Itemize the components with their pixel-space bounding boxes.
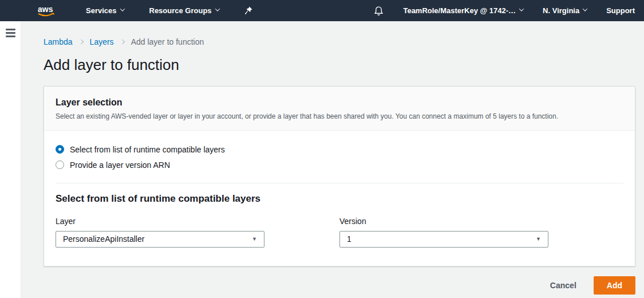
- breadcrumb: Lambda Layers Add layer to function: [44, 37, 635, 46]
- account-menu[interactable]: TeamRole/MasterKey @ 1742-…: [403, 6, 523, 15]
- radio-label: Select from list of runtime compatible l…: [70, 145, 225, 154]
- pinned-shortcuts-button[interactable]: [244, 6, 252, 15]
- version-field: Version 1 ▼: [339, 217, 623, 248]
- pushpin-icon: [244, 6, 252, 15]
- card-header: Layer selection Select an existing AWS-v…: [44, 87, 635, 131]
- radio-button[interactable]: [56, 145, 64, 154]
- account-menu-label: TeamRole/MasterKey @ 1742-…: [403, 6, 516, 15]
- layer-field-label: Layer: [56, 217, 339, 226]
- services-menu[interactable]: Services: [86, 6, 124, 15]
- bell-icon: [374, 6, 384, 16]
- resource-groups-menu[interactable]: Resource Groups: [149, 6, 219, 15]
- chevron-down-icon: [215, 6, 219, 11]
- hamburger-menu-icon[interactable]: [6, 29, 21, 37]
- main-content: Lambda Layers Add layer to function Add …: [21, 21, 644, 298]
- form-fields-row: Layer PersonalizeApiInstaller ▼ Version …: [56, 217, 623, 248]
- version-select-value: 1: [347, 234, 351, 244]
- radio-option-runtime-compatible[interactable]: Select from list of runtime compatible l…: [56, 145, 623, 154]
- dropdown-caret-icon: ▼: [536, 236, 541, 242]
- top-navigation-bar: aws Services Resource Groups TeamRole: [0, 0, 644, 21]
- footer-actions: Cancel Add: [44, 276, 635, 295]
- left-sidebar: [0, 21, 21, 298]
- breadcrumb-current-page: Add layer to function: [131, 37, 204, 46]
- radio-label: Provide a layer version ARN: [70, 160, 170, 170]
- region-menu[interactable]: N. Virginia: [543, 6, 587, 15]
- aws-logo-icon: aws: [35, 4, 57, 18]
- page-title: Add layer to function: [44, 56, 635, 74]
- section-divider: [56, 183, 623, 183]
- aws-logo[interactable]: aws: [35, 4, 57, 18]
- breadcrumb-lambda-link[interactable]: Lambda: [44, 37, 73, 46]
- region-menu-label: N. Virginia: [543, 6, 579, 15]
- breadcrumb-layers-link[interactable]: Layers: [90, 37, 114, 46]
- dropdown-caret-icon: ▼: [252, 236, 257, 242]
- layer-selection-card: Layer selection Select an existing AWS-v…: [44, 86, 635, 266]
- app-body: Lambda Layers Add layer to function Add …: [0, 21, 644, 298]
- notifications-button[interactable]: [374, 6, 384, 16]
- support-menu[interactable]: Support: [606, 6, 635, 15]
- chevron-right-icon: [120, 40, 124, 44]
- radio-button[interactable]: [56, 160, 64, 169]
- card-title: Layer selection: [56, 97, 623, 108]
- radio-option-layer-version-arn[interactable]: Provide a layer version ARN: [56, 160, 623, 170]
- chevron-down-icon: [120, 6, 124, 11]
- runtime-section-title: Select from list of runtime compatible l…: [56, 193, 623, 205]
- support-menu-label: Support: [606, 6, 635, 15]
- resource-groups-menu-label: Resource Groups: [149, 6, 212, 15]
- chevron-down-icon: [519, 6, 524, 11]
- add-button[interactable]: Add: [594, 276, 635, 295]
- layer-field: Layer PersonalizeApiInstaller ▼: [56, 217, 339, 248]
- layer-select-dropdown[interactable]: PersonalizeApiInstaller ▼: [56, 231, 264, 248]
- chevron-down-icon: [583, 6, 587, 11]
- services-menu-label: Services: [86, 6, 117, 15]
- version-select-dropdown[interactable]: 1 ▼: [339, 231, 548, 248]
- card-body: Select from list of runtime compatible l…: [44, 131, 635, 266]
- chevron-right-icon: [78, 40, 83, 44]
- cancel-button[interactable]: Cancel: [550, 281, 576, 290]
- svg-text:aws: aws: [38, 5, 53, 14]
- layer-select-value: PersonalizeApiInstaller: [63, 234, 144, 244]
- card-description: Select an existing AWS-vended layer or l…: [56, 112, 623, 121]
- version-field-label: Version: [339, 217, 623, 226]
